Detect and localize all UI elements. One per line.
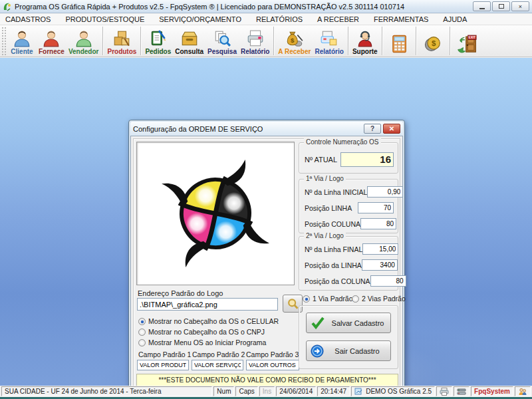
close-icon: × [519, 3, 522, 10]
radio-menu-os [138, 339, 146, 346]
toolbar-relatorio2-label: Relatório [315, 48, 343, 55]
option-1-via-label: 1 Via Padrão [313, 295, 353, 303]
campo3-input[interactable] [246, 360, 299, 370]
toolbar-separator [140, 27, 141, 55]
dialog-content: Endereço Padrão do Logo Mostrar no Cabeç… [130, 136, 403, 395]
via2-posicao-coluna-label: Posição da COLUNA [305, 277, 370, 285]
toolbar-grip[interactable] [1, 27, 6, 56]
group-controle-numeracao: Controle Numeração OS Nº ATUAL 16 [299, 142, 398, 174]
network-icon [457, 388, 466, 396]
option-celular[interactable]: Mostrar no Cabeçalho da OS o CELULAR [138, 317, 279, 325]
dialog-title-bar[interactable]: Configuração da ORDEM DE SERVIÇO ? ✕ [130, 122, 403, 136]
radio-celular [138, 318, 146, 325]
option-menu-os-label: Mostrar Menu OS ao Iniciar Programa [148, 338, 266, 346]
toolbar-relatorio2-button[interactable]: Relatório [313, 26, 345, 56]
sair-cadastro-button[interactable]: Sair Cadastro [306, 340, 391, 361]
option-cnpj[interactable]: Mostrar no Cabeçalho da OS o CNPJ [138, 328, 265, 336]
via1-linha-inicial-input[interactable] [367, 186, 403, 198]
supplier-person-icon [42, 29, 61, 48]
status-demo-label: DEMO OS Gráfica 2.5 [366, 388, 432, 395]
svg-text:$: $ [432, 39, 436, 47]
toolbar-calculadora-button[interactable] [384, 26, 414, 56]
toolbar-produtos-button[interactable]: Produtos [105, 26, 138, 56]
via1-posicao-linha-input[interactable] [358, 202, 394, 213]
toolbar-separator [416, 27, 416, 55]
support-agent-icon [356, 29, 374, 48]
toolbar-moeda-button[interactable]: $ [418, 26, 448, 56]
toolbar-relatorio-button[interactable]: Relatório [239, 26, 271, 56]
toolbar-fornece-button[interactable]: Fornece [37, 26, 66, 56]
dialog-close-icon: ✕ [389, 125, 394, 132]
radio-cnpj [138, 329, 146, 336]
app-icon [3, 2, 12, 11]
group-via2: 2ª Via / Logo Nº da Linha FINAL Posição … [299, 236, 398, 291]
svg-text:$: $ [291, 37, 295, 44]
toolbar-suporte-button[interactable]: Suporte [350, 26, 380, 56]
status-printer[interactable] [436, 386, 452, 396]
toolbar-pedidos-button[interactable]: Pedidos [143, 26, 173, 56]
status-num: Num [213, 386, 234, 396]
status-network[interactable] [454, 386, 469, 396]
exit-door-icon: EXIT [456, 33, 478, 55]
toolbar-consulta-button[interactable]: Consulta [173, 26, 205, 56]
toolbar-a-receber-button[interactable]: $ A Receber [276, 26, 313, 56]
campo3-label: Campo Padrão 3 [246, 350, 299, 358]
receivables-money-icon: $ [285, 29, 304, 48]
menu-cadastros[interactable]: CADASTROS [5, 15, 51, 23]
menu-ferramentas[interactable]: FERRAMENTAS [374, 15, 428, 23]
status-brand: FpqSystem [471, 386, 513, 396]
close-button[interactable]: × [511, 1, 529, 11]
dialog-close-button[interactable]: ✕ [383, 124, 400, 134]
via2-linha-final-input[interactable] [362, 243, 398, 255]
via2-linha-final-label: Nº da Linha FINAL [305, 245, 362, 253]
menu-bar: CADASTROS PRODUTOS/ESTOQUE SERVIÇO/ORÇAM… [0, 14, 532, 25]
menu-a-receber[interactable]: A RECEBER [317, 15, 359, 23]
client-area: Configuração da ORDEM DE SERVIÇO ? ✕ [0, 58, 532, 386]
window-title: Programa OS Gráfica Rápida + Produtos v2… [15, 3, 404, 11]
status-bar: SUA CIDADE - UF 24 de Junho de 2014 - Te… [0, 386, 532, 397]
option-1-via-padrao[interactable]: 1 Via Padrão [303, 295, 353, 303]
group-via1: 1ª Via / Logo Nº da Linha INICIAL Posiçã… [299, 179, 398, 233]
option-cnpj-label: Mostrar no Cabeçalho da OS o CNPJ [148, 328, 265, 336]
toolbar-sair-button[interactable]: EXIT [452, 26, 481, 56]
campo2-label: Campo Padrão 2 [192, 350, 245, 358]
status-users[interactable] [515, 386, 531, 396]
logo-path-input[interactable] [137, 298, 278, 311]
campo1-label: Campo Padrão 1 [138, 350, 191, 358]
salvar-cadastro-button[interactable]: Salvar Cadastro [306, 313, 391, 333]
numero-atual-value[interactable]: 16 [340, 152, 394, 167]
via1-posicao-coluna-input[interactable] [360, 218, 396, 229]
menu-produtos-estoque[interactable]: PRODUTOS/ESTOQUE [65, 15, 144, 23]
via1-posicao-coluna-label: Posição COLUNA [305, 220, 360, 228]
toolbar-separator [273, 27, 274, 55]
radio-1-via [303, 295, 310, 303]
client-person-icon [13, 29, 31, 48]
toolbar-pedidos-label: Pedidos [145, 48, 171, 55]
option-2-vias-label: 2 Vias Padrão [362, 295, 406, 303]
option-2-vias-padrao[interactable]: 2 Vias Padrão [352, 295, 406, 303]
toolbar-vendedor-button[interactable]: Vendedor [66, 26, 101, 56]
toolbar-pesquisa-button[interactable]: Pesquisa [205, 26, 239, 56]
via2-posicao-linha-input[interactable] [362, 259, 398, 271]
option-celular-label: Mostrar no Cabeçalho da OS o CELULAR [148, 317, 279, 325]
via2-posicao-coluna-input[interactable] [370, 275, 406, 287]
os-config-dialog: Configuração da ORDEM DE SERVIÇO ? ✕ [128, 120, 405, 396]
maximize-button[interactable] [492, 1, 510, 11]
toolbar-a-receber-label: A Receber [278, 48, 311, 55]
menu-relatorios[interactable]: RELATÓRIOS [256, 15, 303, 23]
via1-posicao-linha-label: Posição LINHA [305, 204, 358, 212]
toolbar-vendedor-label: Vendedor [68, 48, 99, 55]
campo2-input[interactable] [192, 360, 243, 370]
coin-icon: $ [423, 33, 443, 55]
toolbar-produtos-label: Produtos [107, 48, 136, 55]
menu-servico-orcamento[interactable]: SERVIÇO/ORÇAMENTO [159, 15, 241, 23]
minimize-button[interactable] [473, 1, 491, 11]
toolbar-cliente-button[interactable]: Cliente [7, 26, 37, 56]
calculator-icon [389, 33, 409, 55]
menu-ajuda[interactable]: AJUDA [443, 15, 467, 23]
campo1-input[interactable] [137, 360, 189, 370]
option-menu-os[interactable]: Mostrar Menu OS ao Iniciar Programa [138, 338, 266, 346]
maximize-icon [499, 4, 504, 9]
report2-printer-icon [320, 29, 338, 48]
dialog-help-button[interactable]: ? [364, 124, 381, 134]
